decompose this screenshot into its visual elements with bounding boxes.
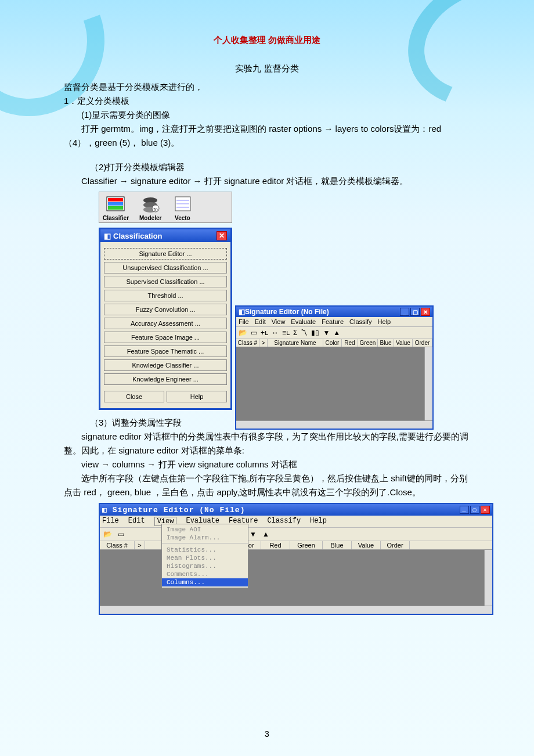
signature-toolbar: 📂 ▭ 〽 ▮▯ ▼ ▲ (100, 528, 492, 541)
signature-menubar: File Edit View Evaluate Feature Classify… (100, 516, 492, 528)
horizontal-scrollbar[interactable] (236, 420, 432, 429)
col-value[interactable]: Value (352, 541, 381, 549)
menu-file[interactable]: File (239, 318, 249, 325)
col-arrow[interactable]: > (259, 339, 268, 347)
col-signame[interactable]: Signature Name (268, 339, 323, 347)
open-icon[interactable]: 📂 (103, 530, 112, 538)
menuitem-columns[interactable]: Columns... (162, 578, 248, 586)
close-icon[interactable]: ✕ (481, 506, 490, 514)
vertical-scrollbar[interactable] (424, 347, 432, 420)
signature-editor-button[interactable]: Signature Editor ... (104, 248, 227, 260)
add-icon[interactable]: +ʟ (261, 329, 268, 337)
menu-feature[interactable]: Feature (322, 318, 344, 325)
col-class[interactable]: Class # (100, 541, 135, 549)
col-red[interactable]: Red (342, 339, 358, 347)
page-title: 实验九 监督分类 (64, 63, 470, 74)
minimize-icon[interactable]: _ (460, 506, 469, 514)
classifier-button[interactable]: Classifier (103, 195, 129, 221)
col-red[interactable]: Red (261, 541, 290, 549)
down-icon[interactable]: ▼ (250, 530, 257, 538)
classification-title: Classification (113, 232, 163, 240)
svg-rect-1 (108, 198, 123, 201)
menu-file[interactable]: File (102, 517, 119, 526)
signature-grid[interactable] (236, 347, 432, 429)
window-icon: ◧ (104, 232, 111, 240)
vector-label: Vecto (175, 215, 190, 221)
fs-image-button[interactable]: Feature Space Image ... (104, 332, 227, 343)
new-icon[interactable]: ▭ (251, 329, 257, 337)
maximize-icon[interactable]: ▢ (470, 506, 479, 514)
menu-view[interactable]: View (272, 318, 286, 325)
vector-button[interactable]: Vecto (172, 195, 193, 221)
up-icon[interactable]: ▲ (262, 530, 269, 538)
minimize-icon[interactable]: _ (400, 308, 409, 316)
fs-thematic-button[interactable]: Feature Space Thematic ... (104, 345, 227, 357)
menu-classify[interactable]: Classify (267, 517, 301, 526)
accuracy-button[interactable]: Accuracy Assessment ... (104, 318, 227, 329)
menuitem-mean-plots[interactable]: Mean Plots... (162, 554, 248, 562)
signature-titlebar: ◧ Signature Editor (No File) _ ▢ ✕ (100, 504, 492, 516)
menu-help[interactable]: Help (310, 517, 327, 526)
toolbar-icons: Classifier fn Modeler Vecto (99, 192, 232, 223)
window-icon: ◧ (102, 505, 107, 514)
col-blue[interactable]: Blue (378, 339, 394, 347)
menu-evaluate[interactable]: Evaluate (291, 318, 316, 325)
signature-menubar: File Edit View Evaluate Feature Classify… (236, 317, 432, 327)
maximize-icon[interactable]: ▢ (410, 308, 420, 316)
col-blue[interactable]: Blue (323, 541, 352, 549)
sigma-icon[interactable]: Σ (293, 329, 297, 337)
menu-help[interactable]: Help (378, 318, 391, 325)
histogram-icon[interactable]: ▮▯ (311, 329, 319, 337)
menuitem-image-aoi[interactable]: Image AOI (162, 525, 248, 534)
supervised-button[interactable]: Supervised Classification ... (104, 276, 227, 287)
help-button[interactable]: Help (167, 391, 227, 402)
signature-grid[interactable] (100, 550, 492, 614)
col-order[interactable]: Order (413, 339, 432, 347)
col-order[interactable]: Order (381, 541, 410, 549)
menu-edit[interactable]: Edit (255, 318, 266, 325)
signature-title: Signature Editor (No File) (113, 506, 246, 514)
paragraph: Classifier → signature editor → 打开 signa… (64, 174, 470, 188)
col-color[interactable]: Color (323, 339, 342, 347)
col-green[interactable]: Green (358, 339, 378, 347)
down-icon[interactable]: ▼ (323, 329, 330, 337)
signature-editor-window: ◧ Signature Editor (No File) _ ▢ ✕ File … (235, 305, 434, 430)
close-icon[interactable]: ✕ (421, 308, 430, 316)
paragraph: 监督分类是基于分类模板来进行的， (64, 80, 470, 94)
col-value[interactable]: Value (394, 339, 413, 347)
col-green[interactable]: Green (290, 541, 323, 549)
figure-signature-editor-large: ◧ Signature Editor (No File) _ ▢ ✕ File … (99, 503, 470, 615)
menuitem-image-alarm[interactable]: Image Alarm... (162, 534, 248, 542)
new-icon[interactable]: ▭ (118, 530, 124, 538)
knowledge-engineer-button[interactable]: Knowledge Engineer ... (104, 373, 227, 385)
unsupervised-button[interactable]: Unsupervised Classification ... (104, 262, 227, 273)
horizontal-scrollbar[interactable] (100, 606, 492, 614)
modeler-label: Modeler (139, 215, 161, 221)
heading-1-2: （2)打开分类模板编辑器 (64, 160, 470, 174)
knowledge-classifier-button[interactable]: Knowledge Classifier ... (104, 359, 227, 371)
page-number: 3 (0, 729, 534, 739)
paragraph: 选中所有字段（左键点住第一个字段往下拖,所有字段呈黄色），然后按住键盘上 shi… (64, 471, 470, 499)
open-icon[interactable]: 📂 (239, 329, 247, 337)
replace-icon[interactable]: ≡ʟ (282, 329, 290, 337)
modeler-button[interactable]: fn Modeler (139, 195, 161, 221)
close-button[interactable]: Close (104, 391, 164, 402)
menuitem-comments[interactable]: Comments... (162, 570, 248, 578)
threshold-button[interactable]: Threshold ... (104, 290, 227, 301)
menu-classify[interactable]: Classify (349, 318, 372, 325)
paragraph: signature editor 对话框中的分类属性表中有很多字段，为了突出作用… (64, 430, 470, 458)
heading-1: 1．定义分类模板 (64, 94, 470, 108)
menu-edit[interactable]: Edit (128, 517, 145, 526)
col-arrow[interactable]: > (135, 541, 145, 549)
close-icon[interactable]: ✕ (217, 231, 227, 240)
merge-icon[interactable]: ↔ (272, 329, 279, 337)
menuitem-statistics[interactable]: Statistics... (162, 546, 248, 554)
signature-titlebar: ◧ Signature Editor (No File) _ ▢ ✕ (236, 307, 432, 317)
menuitem-histograms[interactable]: Histograms... (162, 562, 248, 570)
plot-icon[interactable]: 〽 (301, 329, 308, 337)
view-dropdown: Image AOI Image Alarm... Statistics... M… (161, 524, 248, 588)
col-class[interactable]: Class # (236, 339, 259, 347)
up-icon[interactable]: ▲ (333, 329, 340, 337)
fuzzy-button[interactable]: Fuzzy Convolution ... (104, 304, 227, 315)
vertical-scrollbar[interactable] (484, 550, 492, 606)
